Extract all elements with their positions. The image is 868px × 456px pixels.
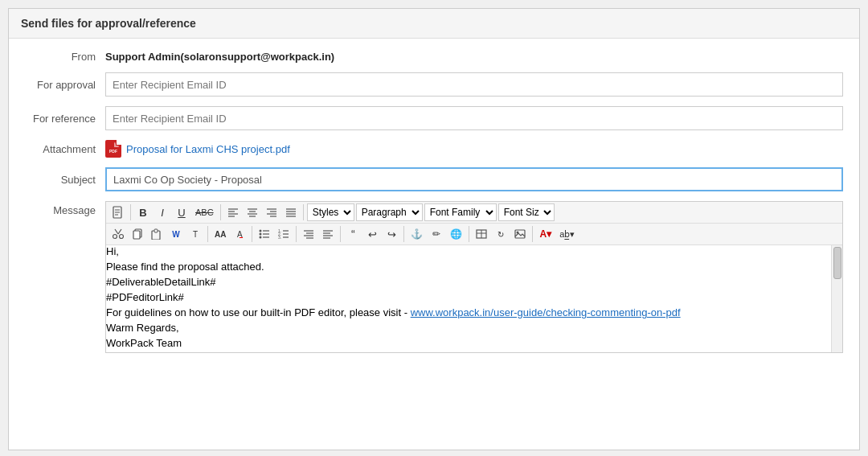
svg-rect-2 [114,142,119,147]
paragraph-select[interactable]: Paragraph [356,203,423,221]
bg-color-button[interactable]: ab̲▾ [556,225,578,243]
unordered-list-button[interactable] [256,225,273,243]
separator-7 [340,226,341,242]
separator-5 [252,226,252,242]
browse-link-button[interactable]: 🌐 [447,225,465,243]
pdf-icon: PDF [105,140,121,158]
svg-point-34 [260,236,262,239]
editor-line-regards: Warm Regards, [106,322,831,334]
attachment-row: Attachment PDF Proposal for Laxmi CHS pr… [25,140,843,158]
svg-line-25 [118,229,121,234]
align-justify-button[interactable] [282,203,300,221]
unlink-button[interactable]: ✏ [428,225,445,243]
separator-6 [296,226,297,242]
find-replace-button[interactable]: AA [211,225,229,243]
paste-word-button[interactable]: W [167,225,185,243]
insert-link-button[interactable]: ⚓ [407,225,426,243]
editor-line-guidelines: For guidelines on how to use our built-i… [106,306,831,318]
svg-point-27 [120,235,124,239]
message-label: Message [25,201,105,216]
redo-button[interactable]: ↪ [383,225,400,243]
toolbar-row1: B I U ABC [106,202,842,224]
svg-point-26 [113,235,117,239]
indent-button[interactable] [300,225,317,243]
separator-10 [532,226,533,242]
subject-input[interactable] [105,167,843,191]
scrollbar-thumb [833,247,841,279]
form-area: From Support Admin(solaronsupport@workpa… [9,39,859,375]
editor-line-body: Please find the proposal attached. [106,261,831,273]
separator-2 [220,204,221,220]
paste-plain-button[interactable]: T [186,225,204,243]
font-family-select[interactable]: Font Family [424,203,497,221]
strikethrough-button[interactable]: ABC [192,203,217,221]
attachment-label: Attachment [25,143,105,155]
font-size-select[interactable]: Font Size [498,203,555,221]
toolbar-row2: W T AA A̲ [106,224,842,245]
separator-4 [207,226,208,242]
approval-email-input[interactable] [105,72,843,97]
italic-button[interactable]: I [154,203,171,221]
spell-check-button[interactable]: A̲ [231,225,248,243]
insert-hr-button[interactable]: ↻ [492,225,510,243]
from-label: From [25,51,105,63]
new-doc-button[interactable] [109,203,127,221]
guidelines-link[interactable]: www.workpack.in/user-guide/checking-comm… [411,306,681,318]
editor-line-hi: Hi, [106,245,831,257]
undo-button[interactable]: ↩ [363,225,381,243]
align-right-button[interactable] [263,203,280,221]
svg-point-33 [260,233,262,236]
separator-1 [130,204,131,220]
align-center-button[interactable] [244,203,261,221]
svg-rect-55 [515,230,525,238]
svg-rect-31 [154,229,158,232]
copy-button[interactable] [129,225,146,243]
attachment-link[interactable]: Proposal for Laxmi CHS project.pdf [126,143,290,155]
editor-content-wrapper: Hi, Please find the proposal attached. #… [106,245,842,352]
dialog-title: Send files for approval/reference [21,17,196,30]
from-value: Support Admin(solaronsupport@workpack.in… [105,51,843,63]
font-color-button[interactable]: A▾ [536,225,555,243]
cut-button[interactable] [109,225,127,243]
approval-label: For approval [25,79,105,91]
editor-line-team: WorkPack Team [106,337,831,349]
svg-point-32 [260,230,262,232]
underline-button[interactable]: U [173,203,190,221]
subject-label: Subject [25,174,105,186]
reference-row: For reference [25,106,843,130]
styles-select[interactable]: Styles [307,203,354,221]
insert-table-button[interactable] [473,225,490,243]
ordered-list-button[interactable]: 1. 2. 3. [275,225,293,243]
separator-8 [403,226,404,242]
svg-text:3.: 3. [278,235,281,239]
bold-button[interactable]: B [134,203,152,221]
subject-row: Subject [25,167,843,191]
dialog-header: Send files for approval/reference [9,9,859,39]
outdent-button[interactable] [319,225,337,243]
reference-label: For reference [25,113,105,125]
approval-row: For approval [25,72,843,97]
editor-line-pdfeditor: #PDFeditorLink# [106,291,831,303]
insert-image-button[interactable] [511,225,529,243]
svg-line-24 [115,229,118,234]
blockquote-button[interactable]: “ [344,225,362,243]
separator-9 [469,226,469,242]
editor-scrollbar[interactable] [831,245,842,352]
editor-line-deliverable: #DeliverableDetailLink# [106,276,831,288]
svg-rect-29 [133,231,140,239]
separator-3 [303,204,304,220]
message-row: Message B I U AB [25,201,843,353]
from-row: From Support Admin(solaronsupport@workpa… [25,51,843,63]
paste-button[interactable] [148,225,166,243]
editor-content-area[interactable]: Hi, Please find the proposal attached. #… [106,245,831,352]
svg-text:PDF: PDF [109,149,117,154]
message-editor: B I U ABC [105,201,843,353]
align-left-button[interactable] [224,203,242,221]
main-container: Send files for approval/reference From S… [8,8,860,450]
reference-email-input[interactable] [105,106,843,130]
